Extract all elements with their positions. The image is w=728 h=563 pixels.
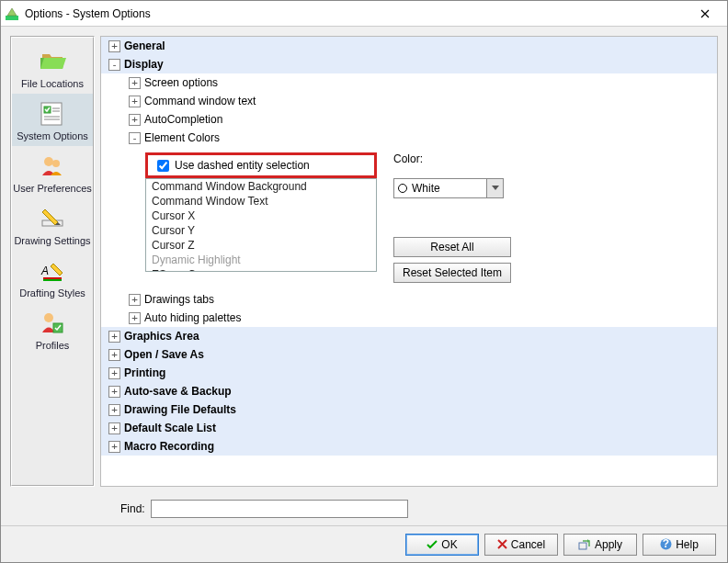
options-icon xyxy=(38,99,67,129)
reset-selected-button[interactable]: Reset Selected Item xyxy=(393,263,511,283)
sidebar-item-label: File Locations xyxy=(12,78,93,90)
title-bar: Options - System Options xyxy=(1,1,727,27)
dialog-body: File Locations System Options User Prefe… xyxy=(1,27,727,496)
button-label: OK xyxy=(441,538,457,551)
x-icon xyxy=(497,539,507,549)
apply-button[interactable]: Apply xyxy=(563,534,637,556)
button-label: Apply xyxy=(595,538,622,551)
sidebar-item-user-preferences[interactable]: User Preferences xyxy=(12,146,93,198)
sidebar-item-label: System Options xyxy=(12,130,93,142)
dialog-footer: OK Cancel Apply ? Help xyxy=(1,525,727,562)
tree-item-screen-options[interactable]: + Screen options xyxy=(101,73,717,92)
use-dashed-entity-selection-checkbox[interactable] xyxy=(157,160,169,172)
text-style-icon: A xyxy=(38,256,67,286)
list-item[interactable]: Cursor Z xyxy=(146,238,376,253)
list-item[interactable]: ESnap Cue xyxy=(146,267,376,272)
tree-item-printing[interactable]: + Printing xyxy=(101,364,717,382)
expand-icon[interactable]: + xyxy=(108,40,120,52)
cancel-button[interactable]: Cancel xyxy=(484,534,558,556)
sidebar-item-file-locations[interactable]: File Locations xyxy=(12,41,93,94)
sidebar-item-label: Drawing Settings xyxy=(12,235,93,247)
expand-icon[interactable]: + xyxy=(108,367,120,379)
chevron-down-icon xyxy=(486,179,503,197)
element-colors-listbox[interactable]: Command Window Background Command Window… xyxy=(145,178,377,272)
options-tree-panel: + General - Display + Screen options + C… xyxy=(100,36,718,487)
expand-icon[interactable]: + xyxy=(108,422,120,434)
tree-item-command-window-text[interactable]: + Command window text xyxy=(101,92,717,110)
checkbox-label: Use dashed entity selection xyxy=(175,159,310,172)
find-row: Find: xyxy=(1,496,727,525)
sidebar-item-drawing-settings[interactable]: Drawing Settings xyxy=(12,198,93,251)
expand-icon[interactable]: + xyxy=(108,349,120,361)
tree-item-default-scale-list[interactable]: + Default Scale List xyxy=(101,419,717,437)
sidebar-item-label: Drafting Styles xyxy=(12,287,93,299)
expand-icon[interactable]: + xyxy=(129,294,141,306)
button-label: Cancel xyxy=(511,538,545,551)
help-icon: ? xyxy=(660,538,672,550)
color-swatch-icon xyxy=(398,184,407,193)
category-sidebar: File Locations System Options User Prefe… xyxy=(10,36,95,487)
window-title: Options - System Options xyxy=(25,7,687,20)
sidebar-item-drafting-styles[interactable]: A Drafting Styles xyxy=(12,251,93,303)
help-button[interactable]: ? Help xyxy=(643,534,716,556)
close-button[interactable] xyxy=(687,1,723,26)
list-item[interactable]: Cursor Y xyxy=(146,223,376,238)
collapse-icon[interactable]: - xyxy=(129,132,141,144)
close-icon xyxy=(700,9,710,18)
find-label: Find: xyxy=(120,502,145,515)
tree-item-autocompletion[interactable]: + AutoCompletion xyxy=(101,110,717,129)
expand-icon[interactable]: + xyxy=(129,96,141,107)
list-item[interactable]: Cursor X xyxy=(146,208,376,223)
ok-button[interactable]: OK xyxy=(405,534,479,556)
profile-icon xyxy=(38,309,67,338)
app-icon xyxy=(5,6,19,21)
expand-icon[interactable]: + xyxy=(129,114,141,126)
check-icon xyxy=(427,539,438,550)
svg-point-13 xyxy=(44,313,53,322)
expand-icon[interactable]: + xyxy=(108,386,120,398)
svg-rect-15 xyxy=(579,543,586,549)
color-label: Color: xyxy=(393,152,423,165)
color-value: White xyxy=(412,182,440,195)
svg-point-8 xyxy=(52,160,60,167)
tree-item-auto-hiding-palettes[interactable]: + Auto hiding palettes xyxy=(101,309,717,327)
svg-rect-0 xyxy=(6,16,18,20)
use-dashed-entity-selection-row: Use dashed entity selection xyxy=(145,152,377,178)
button-label: Help xyxy=(676,538,699,551)
list-item[interactable]: Command Window Background xyxy=(146,179,376,194)
options-tree: + General - Display + Screen options + C… xyxy=(101,37,717,486)
tree-item-element-colors[interactable]: - Element Colors xyxy=(101,129,717,147)
list-item[interactable]: Command Window Text xyxy=(146,194,376,208)
tree-item-general[interactable]: + General xyxy=(101,37,717,55)
list-item[interactable]: Dynamic Highlight xyxy=(146,253,376,267)
options-dialog: Options - System Options File Locations … xyxy=(0,0,728,563)
element-colors-group: Use dashed entity selection Color: xyxy=(145,152,717,178)
find-input[interactable] xyxy=(151,500,408,518)
expand-icon[interactable]: + xyxy=(108,331,120,343)
sidebar-item-label: User Preferences xyxy=(12,183,93,195)
tree-item-drawing-file-defaults[interactable]: + Drawing File Defaults xyxy=(101,400,717,419)
collapse-icon[interactable]: - xyxy=(108,59,120,71)
sidebar-item-profiles[interactable]: Profiles xyxy=(12,303,93,355)
reset-all-button[interactable]: Reset All xyxy=(393,237,511,257)
pencil-ruler-icon xyxy=(38,204,67,233)
color-dropdown[interactable]: White xyxy=(393,178,504,198)
folder-icon xyxy=(38,47,67,76)
tree-item-drawings-tabs[interactable]: + Drawings tabs xyxy=(101,290,717,309)
expand-icon[interactable]: + xyxy=(108,441,120,453)
tree-item-display[interactable]: - Display xyxy=(101,55,717,73)
svg-point-7 xyxy=(44,157,53,166)
tree-item-open-save-as[interactable]: + Open / Save As xyxy=(101,345,717,364)
expand-icon[interactable]: + xyxy=(108,404,120,416)
apply-icon xyxy=(578,539,591,550)
svg-text:?: ? xyxy=(663,538,669,550)
user-icon xyxy=(38,152,67,181)
sidebar-item-label: Profiles xyxy=(12,340,93,352)
tree-item-macro-recording[interactable]: + Macro Recording xyxy=(101,437,717,456)
tree-item-graphics-area[interactable]: + Graphics Area xyxy=(101,327,717,345)
svg-text:A: A xyxy=(40,265,49,277)
expand-icon[interactable]: + xyxy=(129,77,141,89)
expand-icon[interactable]: + xyxy=(129,312,141,324)
sidebar-item-system-options[interactable]: System Options xyxy=(12,94,93,146)
tree-item-auto-save-backup[interactable]: + Auto-save & Backup xyxy=(101,382,717,400)
